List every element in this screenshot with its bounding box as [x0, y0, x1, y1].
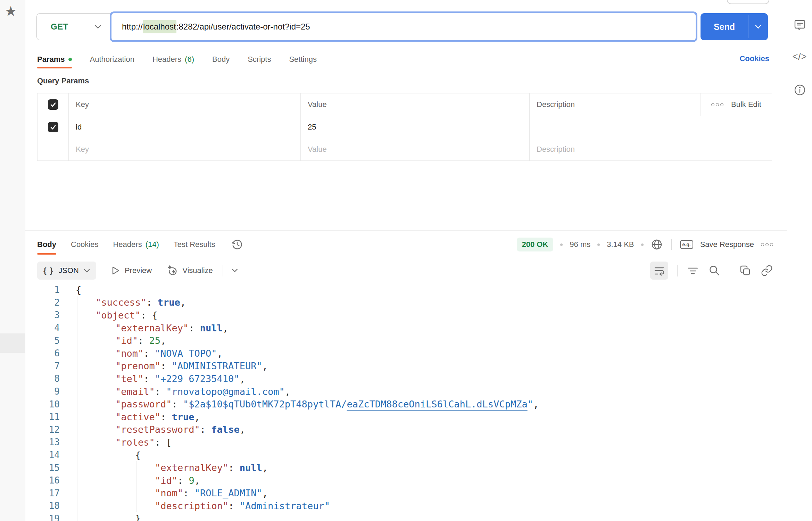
viewer-chevron-icon[interactable] [231, 268, 238, 273]
code-line: 10"password": "$2a$10$qTUb0tMK72pT48pytl… [25, 398, 785, 411]
code-line: 15"externalKey": null, [25, 461, 785, 474]
code-line: 3"object": { [25, 309, 785, 322]
line-number: 14 [25, 450, 60, 460]
link-icon[interactable] [761, 264, 773, 277]
dot-separator [597, 243, 600, 246]
save-response-button[interactable]: Save Response [700, 240, 754, 249]
info-icon[interactable] [793, 83, 806, 97]
response-more-options-icon[interactable] [761, 243, 773, 246]
postman-request-view: ★ GET http://localhost:8282/api/user/act… [0, 0, 812, 521]
request-tabs: ParamsAuthorizationHeaders(6)BodyScripts… [37, 51, 317, 67]
preview-label: Preview [125, 266, 152, 275]
tab-scripts[interactable]: Scripts [248, 55, 271, 64]
left-rail: ★ [0, 0, 25, 521]
bulk-edit-label: Bulk Edit [731, 100, 761, 109]
password-hash-link[interactable]: eaZcTDM88ceOniLS6lCahL.dLsVCpMZa [347, 399, 527, 410]
bulk-edit-button[interactable]: Bulk Edit [701, 93, 772, 116]
line-number: 2 [25, 297, 60, 308]
response-tab-cookies[interactable]: Cookies [71, 240, 98, 249]
tabs-divider [223, 239, 223, 250]
copy-icon[interactable] [739, 264, 752, 277]
table-empty-row: Key Value Description [38, 138, 772, 160]
send-label: Send [701, 13, 748, 40]
line-number: 1 [25, 284, 60, 295]
line-number: 6 [25, 348, 60, 358]
url-input[interactable]: http://localhost:8282/api/user/activate-… [110, 11, 697, 42]
response-tab-headers[interactable]: Headers(14) [113, 240, 159, 249]
params-active-dot [68, 58, 72, 61]
line-number: 8 [25, 373, 60, 384]
history-icon[interactable] [231, 238, 243, 251]
send-options-chevron-icon[interactable] [748, 13, 768, 40]
chevron-down-icon [94, 24, 102, 30]
code-line: 19} [25, 512, 785, 521]
tab-params[interactable]: Params [37, 55, 72, 64]
tab-body[interactable]: Body [212, 55, 230, 64]
network-globe-icon[interactable] [651, 238, 663, 251]
comment-icon[interactable] [794, 19, 806, 31]
url-scheme: http:// [122, 22, 143, 32]
method-label: GET [51, 22, 94, 32]
key-cell[interactable]: id [69, 116, 301, 138]
right-rail: </> [787, 0, 812, 521]
url-host-highlight: localhost [143, 20, 176, 33]
line-number: 11 [25, 412, 60, 422]
column-header-value: Value [301, 93, 530, 116]
code-snippet-icon[interactable]: </> [792, 51, 807, 62]
example-icon: e.g. [680, 240, 693, 249]
tab-authorization[interactable]: Authorization [90, 55, 134, 64]
meta-divider [671, 239, 672, 250]
response-body-json: 1{2"success": true,3"object": {4"externa… [25, 283, 785, 521]
tab-settings[interactable]: Settings [289, 55, 317, 64]
code-line: 4"externalKey": null, [25, 322, 785, 334]
line-number: 10 [25, 399, 60, 410]
code-line: 2"success": true, [25, 296, 785, 309]
wrap-text-button[interactable] [650, 262, 668, 280]
line-number: 19 [25, 513, 60, 521]
preview-button[interactable]: Preview [110, 265, 152, 276]
line-number: 18 [25, 501, 60, 511]
send-button[interactable]: Send [701, 13, 768, 40]
braces-icon: { } [43, 266, 53, 275]
line-number: 16 [25, 475, 60, 486]
checkbox-checked-icon[interactable] [48, 99, 58, 110]
code-line: 7"prenom": "ADMINISTRATEUR", [25, 360, 785, 373]
response-size: 3.14 KB [607, 240, 634, 249]
line-number: 7 [25, 361, 60, 371]
method-dropdown[interactable]: GET [36, 13, 110, 40]
response-tab-test-results[interactable]: Test Results [174, 240, 215, 249]
line-number: 12 [25, 424, 60, 435]
line-number: 3 [25, 310, 60, 320]
response-panel: BodyCookiesHeaders(14)Test Results 200 O… [25, 230, 787, 521]
description-cell[interactable] [530, 116, 772, 138]
cutoff-top-button [727, 0, 769, 4]
cookies-link[interactable]: Cookies [739, 54, 769, 63]
row-checkbox-empty[interactable] [38, 138, 69, 160]
tab-headers[interactable]: Headers(6) [152, 55, 194, 64]
code-line: 14{ [25, 449, 785, 462]
code-line: 18"description": "Administrateur" [25, 499, 785, 512]
filter-icon[interactable] [687, 264, 699, 277]
favorite-star-icon[interactable]: ★ [5, 4, 17, 18]
line-number: 15 [25, 463, 60, 473]
response-tab-body[interactable]: Body [37, 240, 56, 249]
value-placeholder-input[interactable]: Value [301, 138, 530, 160]
visualize-button[interactable]: Visualize [166, 264, 213, 277]
rail-scroll-handle[interactable] [0, 333, 25, 353]
line-number: 13 [25, 437, 60, 447]
value-cell[interactable]: 25 [301, 116, 530, 138]
code-line: 17"nom": "ROLE_ADMIN", [25, 487, 785, 500]
url-path: :8282/api/user/activate-or-not?id=25 [176, 22, 310, 32]
format-dropdown[interactable]: { } JSON [37, 262, 96, 280]
description-placeholder-input[interactable]: Description [530, 138, 772, 160]
key-placeholder-input[interactable]: Key [69, 138, 301, 160]
table-header-row: Key Value Description Bulk Edit [38, 93, 772, 116]
row-checkbox[interactable] [38, 116, 69, 138]
magic-wand-icon [166, 264, 178, 277]
response-tabs: BodyCookiesHeaders(14)Test Results [37, 240, 215, 249]
select-all-checkbox[interactable] [38, 93, 69, 116]
search-icon[interactable] [708, 264, 721, 277]
status-badge[interactable]: 200 OK [517, 238, 554, 251]
query-params-title: Query Params [37, 76, 89, 85]
code-line: 5"id": 25, [25, 334, 785, 347]
